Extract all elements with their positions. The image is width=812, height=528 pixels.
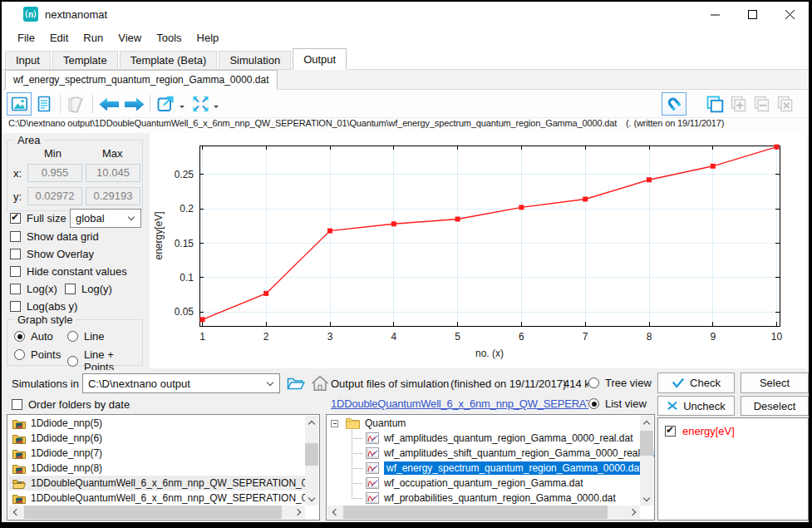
vertical-scrollbar[interactable] bbox=[640, 416, 653, 506]
file-item[interactable]: wf_amplitudes_shift_quantum_region_Gamma… bbox=[362, 446, 654, 461]
graph-style-auto[interactable]: Auto bbox=[14, 330, 53, 343]
option-show-overlay[interactable]: Show Overlay bbox=[10, 248, 94, 260]
plotted-quantities-box[interactable]: energy[eV] bbox=[657, 417, 809, 521]
folder-item[interactable]: 1DDoubleQuantumWell_6_x_6nm_nnp_QW_SEPER… bbox=[8, 476, 306, 491]
tree-view-radio-circle[interactable] bbox=[588, 377, 599, 388]
option-log-x-[interactable]: Log(x) bbox=[10, 283, 57, 295]
browse-folder-button[interactable] bbox=[284, 373, 307, 393]
horizontal-scroll-thumb[interactable] bbox=[343, 506, 608, 519]
list-view-radio-circle[interactable] bbox=[588, 398, 599, 409]
file-item-selected[interactable]: wf_energy_spectrum_quantum_region_Gamma_… bbox=[362, 461, 654, 476]
checkbox-box[interactable] bbox=[10, 301, 21, 312]
menu-item-edit[interactable]: Edit bbox=[42, 32, 76, 44]
folder-item[interactable]: 1DDoubleQuantumWell_6_x_6nm_nnp_QW_SEPER… bbox=[8, 491, 306, 506]
tree-folder-quantum[interactable]: Quantum bbox=[342, 416, 641, 431]
full-size-checkbox-box[interactable] bbox=[10, 213, 21, 224]
menu-item-help[interactable]: Help bbox=[189, 32, 227, 44]
chart-svg[interactable]: 123456789100.050.10.150.20.25no. (x)ener… bbox=[150, 133, 807, 368]
minimize-button[interactable] bbox=[696, 2, 734, 27]
tree-view-radio[interactable]: Tree view bbox=[588, 377, 652, 389]
fullscreen-button[interactable] bbox=[188, 92, 213, 116]
simulation-folder-list[interactable]: 1Ddiode_nnp(5)1Ddiode_nnp(6)1Ddiode_nnp(… bbox=[7, 414, 320, 521]
menu-item-file[interactable]: File bbox=[10, 32, 42, 44]
tab-simulation[interactable]: Simulation bbox=[219, 51, 291, 69]
horizontal-scrollbar[interactable] bbox=[8, 506, 305, 519]
tab-template-beta-[interactable]: Template (Beta) bbox=[120, 51, 218, 69]
tab-output[interactable]: Output bbox=[293, 48, 347, 70]
checkbox-box[interactable] bbox=[665, 426, 676, 437]
radio-circle[interactable] bbox=[67, 356, 78, 367]
option-log-y-[interactable]: Log(y) bbox=[65, 283, 112, 295]
order-folders-checkbox-box[interactable] bbox=[12, 399, 22, 410]
vertical-scroll-thumb[interactable] bbox=[305, 443, 318, 466]
scroll-left-arrow[interactable] bbox=[8, 506, 22, 519]
home-button[interactable] bbox=[308, 373, 331, 393]
scroll-right-arrow[interactable] bbox=[627, 506, 640, 519]
checkbox-box[interactable] bbox=[10, 284, 21, 294]
dropdown-caret-icon[interactable] bbox=[180, 106, 185, 111]
maximize-button[interactable] bbox=[734, 2, 771, 27]
y-min-field[interactable]: 0.02972 bbox=[27, 187, 82, 205]
vertical-scroll-thumb[interactable] bbox=[640, 431, 653, 456]
option-hide-constant-values[interactable]: Hide constant values bbox=[10, 265, 127, 278]
folder-item[interactable]: 1Ddiode_nnp(6) bbox=[8, 431, 306, 446]
scroll-down-arrow[interactable] bbox=[305, 492, 318, 506]
folder-item[interactable]: 1Ddiode_nnp(5) bbox=[8, 416, 306, 431]
menu-item-view[interactable]: View bbox=[111, 32, 149, 44]
radio-circle[interactable] bbox=[14, 331, 25, 342]
option-log-abs-y-[interactable]: Log(abs y) bbox=[10, 300, 77, 313]
scroll-right-arrow[interactable] bbox=[292, 506, 305, 519]
folder-item[interactable]: 1Ddiode_nnp(8) bbox=[8, 461, 306, 476]
uncheck-button[interactable]: Uncheck bbox=[657, 396, 735, 416]
list-view-radio[interactable]: List view bbox=[588, 397, 647, 410]
output-file-tree[interactable]: Quantumwf_amplitudes_quantum_region_Gamm… bbox=[326, 414, 655, 521]
file-item[interactable]: wf_probabilities_quantum_region_Gamma_00… bbox=[362, 491, 654, 506]
radio-circle[interactable] bbox=[14, 349, 25, 360]
chart-view-button[interactable] bbox=[7, 92, 32, 116]
scroll-up-arrow[interactable] bbox=[640, 416, 653, 429]
checkbox-box[interactable] bbox=[65, 284, 76, 294]
radio-circle[interactable] bbox=[67, 331, 78, 342]
scroll-up-arrow[interactable] bbox=[305, 416, 318, 429]
y-max-field[interactable]: 0.29193 bbox=[86, 187, 140, 205]
graph-style-line[interactable]: Line bbox=[67, 330, 105, 343]
horizontal-scroll-thumb[interactable] bbox=[24, 506, 282, 519]
checkbox-box[interactable] bbox=[10, 231, 21, 242]
menu-item-run[interactable]: Run bbox=[76, 32, 111, 44]
tab-template[interactable]: Template bbox=[52, 51, 118, 69]
simulation-link[interactable]: 1DDoubleQuantumWell_6_x_6nm_nnp_QW_SEPER… bbox=[331, 397, 628, 410]
scroll-left-arrow[interactable] bbox=[327, 506, 341, 519]
scroll-down-arrow[interactable] bbox=[640, 492, 653, 506]
magnet-button[interactable] bbox=[662, 92, 687, 116]
order-folders-checkbox[interactable]: Order folders by date bbox=[12, 398, 130, 411]
select-button[interactable]: Select bbox=[741, 373, 809, 393]
plotted-quantity-energy-ev-[interactable]: energy[eV] bbox=[665, 425, 735, 437]
text-view-button[interactable] bbox=[32, 92, 57, 116]
simulation-path-combobox[interactable]: C:\D\nextnano output bbox=[82, 373, 280, 393]
horizontal-scrollbar[interactable] bbox=[327, 506, 640, 519]
checkbox-box[interactable] bbox=[10, 249, 21, 259]
deselect-button[interactable]: Deselect bbox=[741, 396, 809, 416]
folder-item[interactable]: 1Ddiode_nnp(7) bbox=[8, 446, 306, 461]
forward-arrow-button[interactable] bbox=[121, 92, 146, 116]
full-size-mode-select[interactable]: global bbox=[70, 209, 141, 228]
close-button[interactable] bbox=[771, 2, 809, 27]
graph-style-points[interactable]: Points bbox=[14, 348, 61, 361]
x-max-field[interactable]: 10.045 bbox=[86, 164, 140, 182]
checkbox-box[interactable] bbox=[10, 266, 21, 277]
export-button[interactable] bbox=[154, 92, 179, 116]
full-size-checkbox[interactable]: Full size bbox=[10, 212, 66, 225]
x-min-field[interactable]: 0.955 bbox=[27, 164, 82, 182]
vertical-scrollbar[interactable] bbox=[305, 416, 318, 506]
file-item[interactable]: wf_occupation_quantum_region_Gamma.dat bbox=[362, 476, 654, 491]
file-item[interactable]: wf_amplitudes_quantum_region_Gamma_0000_… bbox=[362, 431, 654, 446]
dropdown-caret-icon[interactable] bbox=[214, 106, 219, 111]
option-show-data-grid[interactable]: Show data grid bbox=[10, 230, 99, 243]
tab-input[interactable]: Input bbox=[5, 51, 51, 69]
check-button[interactable]: Check bbox=[657, 373, 735, 393]
menu-item-tools[interactable]: Tools bbox=[149, 32, 189, 44]
tree-collapse-expander[interactable] bbox=[331, 420, 338, 427]
tab-output-file[interactable]: wf_energy_spectrum_quantum_region_Gamma_… bbox=[5, 70, 278, 90]
back-arrow-button[interactable] bbox=[96, 92, 121, 116]
clone-window-button[interactable] bbox=[702, 92, 727, 116]
